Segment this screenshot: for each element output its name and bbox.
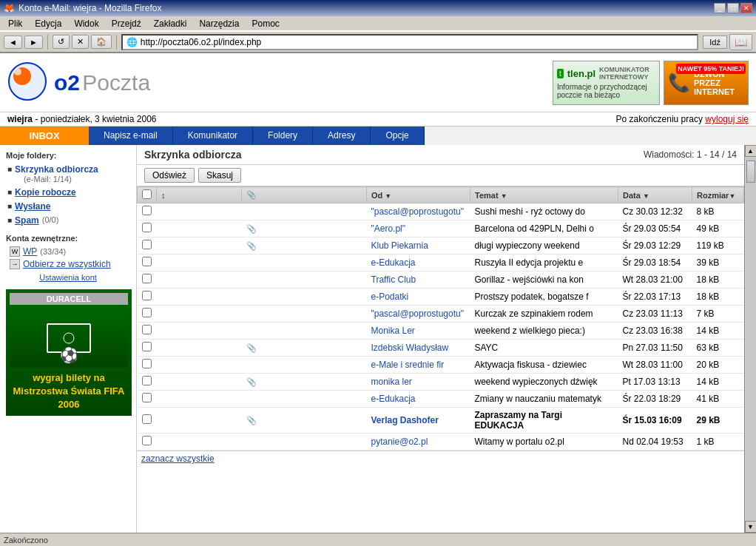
- window-controls[interactable]: _ □ ✕: [714, 3, 752, 13]
- menu-przejdz[interactable]: Przejdź: [107, 17, 146, 30]
- row-checkbox[interactable]: [142, 274, 152, 283]
- sender-link[interactable]: e-Male i srednie fir: [371, 360, 445, 370]
- menu-edycja[interactable]: Edycja: [30, 17, 66, 30]
- row-size-cell: 18 kB: [692, 289, 744, 306]
- stop-button[interactable]: ✕: [72, 35, 89, 49]
- home-button[interactable]: 🏠: [91, 35, 112, 49]
- select-all-checkbox[interactable]: [142, 189, 152, 199]
- row-sort-cell: [157, 408, 242, 434]
- row-attach-cell: [242, 289, 367, 306]
- col-od[interactable]: Od ▼: [367, 187, 470, 203]
- folder-link-wyslane[interactable]: Wysłane: [15, 201, 50, 212]
- row-checkbox[interactable]: [142, 291, 152, 300]
- ext-odbierz[interactable]: → Odbierz ze wszystkich: [6, 259, 130, 269]
- row-sender-cell: Klub Piekarnia: [367, 237, 470, 255]
- row-checkbox[interactable]: [142, 240, 152, 249]
- menu-narzedzia[interactable]: Narzędzia: [195, 17, 243, 30]
- scroll-track[interactable]: [746, 157, 756, 521]
- col-data[interactable]: Data ▼: [618, 187, 692, 203]
- forward-button[interactable]: ►: [24, 36, 43, 49]
- scroll-down-button[interactable]: ▼: [745, 521, 757, 533]
- minimize-button[interactable]: _: [714, 3, 726, 13]
- sender-link[interactable]: Klub Piekarnia: [371, 240, 428, 251]
- row-sender-cell: Izdebski Władysław: [367, 340, 470, 357]
- refresh-button[interactable]: Odśwież: [144, 168, 195, 183]
- close-button[interactable]: ✕: [740, 3, 752, 13]
- sender-link[interactable]: Monika Ler: [371, 326, 415, 336]
- menu-widok[interactable]: Widok: [70, 17, 103, 30]
- refresh-button[interactable]: ↺: [53, 35, 70, 49]
- sender-link[interactable]: pytanie@o2.pl: [371, 437, 428, 447]
- ext-wp[interactable]: W WP (33/34): [6, 246, 130, 257]
- delete-button[interactable]: Skasuj: [198, 168, 241, 183]
- tab-inbox[interactable]: INBOX: [0, 127, 89, 145]
- address-input[interactable]: http://poczta06.o2.pl/index.php: [141, 37, 694, 47]
- sender-link[interactable]: e-Podatki: [371, 291, 409, 302]
- folder-skrzynka[interactable]: ■ Skrzynka odbiorcza (e-Mail: 1/14): [6, 164, 130, 184]
- content-area: Moje foldery: ■ Skrzynka odbiorcza (e-Ma…: [0, 145, 756, 533]
- row-subject-cell: długi wypieczony weekend: [470, 237, 618, 255]
- row-checkbox-cell: [138, 220, 157, 237]
- row-sort-cell: [157, 357, 242, 374]
- sender-link[interactable]: e-Edukacja: [371, 394, 416, 404]
- row-checkbox[interactable]: [142, 325, 152, 334]
- tab-foldery[interactable]: Foldery: [253, 127, 313, 145]
- tab-opcje[interactable]: Opcje: [371, 127, 424, 145]
- row-subject-cell: SAYC: [470, 340, 618, 357]
- row-checkbox[interactable]: [142, 393, 152, 402]
- row-checkbox[interactable]: [142, 342, 152, 351]
- row-checkbox[interactable]: [142, 414, 152, 424]
- row-attach-cell: [242, 203, 367, 220]
- tab-napisz[interactable]: Napisz e-mail: [89, 127, 173, 145]
- row-checkbox[interactable]: [142, 376, 152, 385]
- scroll-up-button[interactable]: ▲: [745, 145, 757, 157]
- go-button[interactable]: Idź: [703, 36, 727, 49]
- folder-link-spam[interactable]: Spam: [15, 215, 39, 226]
- row-subject-cell: Ruszyła II edycja projektu e: [470, 255, 618, 272]
- sender-link[interactable]: Verlag Dashofer: [371, 415, 439, 425]
- sender-link[interactable]: monika ler: [371, 377, 412, 387]
- col-attach[interactable]: 📎: [242, 187, 367, 203]
- row-checkbox[interactable]: [142, 436, 152, 445]
- maximize-button[interactable]: □: [727, 3, 739, 13]
- menu-pomoc[interactable]: Pomoc: [247, 17, 283, 30]
- menu-zakladki[interactable]: Zakładki: [149, 17, 192, 30]
- col-rozmiar[interactable]: Rozmiar▼: [692, 187, 744, 203]
- row-attach-cell: [242, 272, 367, 289]
- folder-link-kopie[interactable]: Kopie robocze: [15, 187, 76, 198]
- tab-komunikator[interactable]: Komunikator: [173, 127, 253, 145]
- email-table-container: ↕ 📎 Od ▼ Temat ▼ Data ▼ Rozmiar▼ "pascal…: [137, 186, 744, 533]
- folder-wyslane[interactable]: ■ Wysłane: [6, 200, 130, 212]
- row-subject-cell: Zmiany w nauczaniu matematyk: [470, 391, 618, 408]
- sender-link[interactable]: "pascal@poprostugotu": [371, 206, 464, 217]
- folder-spam[interactable]: ■ Spam (0/0): [6, 215, 130, 226]
- col-sort[interactable]: ↕: [157, 187, 242, 203]
- row-checkbox[interactable]: [142, 308, 152, 317]
- o2-header: o2 Poczta t tlen.pl KOMUNIKATOR INTERNET…: [0, 53, 756, 112]
- sender-link[interactable]: "pascal@poprostugotu": [371, 309, 464, 319]
- row-checkbox[interactable]: [142, 257, 152, 266]
- scroll-thumb[interactable]: [746, 161, 755, 183]
- row-attach-cell: [242, 306, 367, 323]
- folder-link-skrzynka[interactable]: Skrzynka odbiorcza: [15, 164, 98, 175]
- wp-icon: W: [10, 246, 20, 257]
- logout-link[interactable]: wyloguj się: [705, 114, 749, 124]
- select-all-link[interactable]: zaznacz wszystkie: [141, 454, 215, 464]
- back-button[interactable]: ◄: [4, 36, 22, 49]
- wp-link[interactable]: WP: [23, 246, 37, 257]
- row-checkbox[interactable]: [142, 206, 152, 215]
- sender-link[interactable]: e-Edukacja: [371, 257, 416, 268]
- row-checkbox[interactable]: [142, 223, 152, 232]
- col-temat[interactable]: Temat ▼: [470, 187, 618, 203]
- reader-button[interactable]: 📖: [729, 34, 752, 50]
- tab-adresy[interactable]: Adresy: [313, 127, 371, 145]
- col-checkbox[interactable]: [138, 187, 157, 203]
- sender-link[interactable]: "Aero.pl": [371, 223, 406, 234]
- row-checkbox[interactable]: [142, 359, 152, 368]
- sender-link[interactable]: Traffic Club: [371, 274, 416, 285]
- odbierz-link[interactable]: Odbierz ze wszystkich: [23, 259, 111, 269]
- settings-link[interactable]: Ustawienia kont: [6, 273, 130, 282]
- menu-plik[interactable]: Plik: [4, 17, 27, 30]
- sender-link[interactable]: Izdebski Władysław: [371, 343, 449, 353]
- folder-kopie[interactable]: ■ Kopie robocze: [6, 186, 130, 198]
